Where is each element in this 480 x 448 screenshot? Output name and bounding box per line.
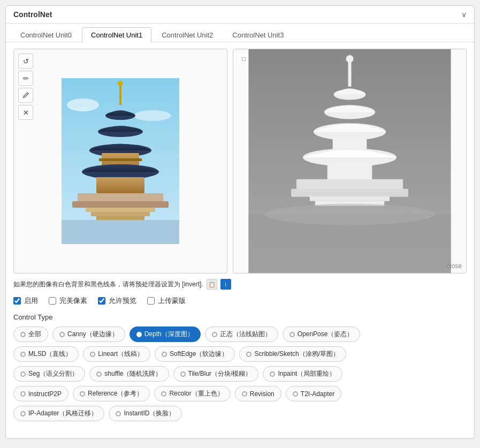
ctrl-all[interactable]: 全部: [13, 326, 48, 342]
svg-rect-26: [327, 163, 372, 180]
radio-dot-depth: [136, 332, 142, 337]
ctrl-openpose[interactable]: OpenPose（姿态）: [283, 326, 361, 342]
controlnet-panel: ControlNet ∨ ControlNet Unit0 ControlNet…: [5, 5, 475, 439]
ctrl-softedge-label: SoftEdge（软边缘）: [170, 350, 228, 359]
ctrl-seg-label: Seg（语义分割）: [28, 369, 78, 378]
ctrl-recolor-label: Recolor（重上色）: [169, 389, 223, 398]
radio-dot-recolor: [161, 391, 166, 397]
ctrl-canny-label: Canny（硬边缘）: [67, 330, 118, 339]
enable-checkbox[interactable]: 启用: [13, 296, 38, 306]
control-row-3: Seg（语义分割） shuffle（随机洗牌） Tile/Blur（分块/模糊）…: [13, 366, 467, 382]
image-row: ↺ ✏ ✕: [13, 49, 467, 274]
perfect-pixel-input[interactable]: [49, 297, 56, 305]
depth-map-svg: [233, 49, 466, 273]
upload-mask-checkbox[interactable]: 上传蒙版: [147, 296, 186, 306]
ctrl-instructp2p[interactable]: InstructP2P: [13, 386, 68, 401]
radio-dot-normal: [212, 332, 217, 337]
control-type-grid: 全部 Canny（硬边缘） Depth（深度图） 正态（法线贴图） OpenPo…: [13, 326, 467, 421]
edit-button[interactable]: ✏: [18, 71, 33, 86]
ctrl-lineart[interactable]: Lineart（线稿）: [83, 346, 150, 362]
ctrl-canny[interactable]: Canny（硬边缘）: [52, 326, 125, 342]
allow-preview-checkbox[interactable]: 允许预览: [98, 296, 136, 306]
ctrl-instantid[interactable]: InstantID（换脸）: [109, 406, 182, 421]
ctrl-ip-adapter[interactable]: IP-Adapter（风格迁移）: [13, 406, 104, 421]
ctrl-scribble-label: Scribble/Sketch（涂鸦/草图）: [254, 350, 339, 359]
ctrl-depth-label: Depth（深度图）: [144, 330, 194, 339]
radio-dot-ip-adapter: [20, 411, 26, 416]
ctrl-instructp2p-label: InstructP2P: [28, 390, 62, 398]
ctrl-depth[interactable]: Depth（深度图）: [129, 326, 201, 342]
copy-icon[interactable]: 📋: [207, 279, 217, 290]
ctrl-revision[interactable]: Revision: [235, 386, 281, 401]
temple-image-container: [14, 49, 227, 273]
info-text: 如果您的图像有白色背景和黑色线条，请将预处理器设置为 [invert].: [13, 280, 203, 289]
svg-rect-28: [291, 189, 408, 197]
ctrl-tile[interactable]: Tile/Blur（分块/模糊）: [173, 366, 259, 382]
svg-rect-16: [96, 216, 144, 221]
ctrl-ip-adapter-label: IP-Adapter（风格迁移）: [28, 409, 97, 418]
tab-unit3[interactable]: ControlNet Unit3: [223, 27, 293, 42]
ctrl-normal[interactable]: 正态（法线贴图）: [205, 326, 278, 342]
ctrl-inpaint-label: Inpaint（局部重绘）: [278, 369, 336, 378]
ctrl-mlsd[interactable]: MLSD（直线）: [13, 346, 79, 362]
radio-dot-openpose: [289, 332, 295, 337]
ctrl-tile-label: Tile/Blur（分块/模糊）: [188, 369, 252, 378]
input-image-panel[interactable]: ↺ ✏ ✕: [13, 49, 227, 274]
svg-point-2: [134, 110, 171, 121]
collapse-icon[interactable]: ∨: [461, 10, 467, 19]
svg-point-4: [118, 81, 123, 86]
close-label[interactable]: close: [447, 262, 462, 270]
control-row-5: IP-Adapter（风格迁移） InstantID（换脸）: [13, 406, 467, 421]
radio-dot-tile: [180, 371, 186, 377]
ctrl-lineart-label: Lineart（线稿）: [98, 350, 143, 359]
ctrl-all-label: 全部: [28, 330, 41, 339]
panel-header: ControlNet ∨: [6, 6, 474, 24]
brush-button[interactable]: [18, 88, 33, 103]
svg-point-32: [264, 204, 435, 225]
temple-svg: [62, 78, 179, 244]
ctrl-openpose-label: OpenPose（姿态）: [298, 330, 354, 339]
ctrl-recolor[interactable]: Recolor（重上色）: [154, 386, 230, 401]
radio-dot-reference: [80, 391, 85, 397]
ctrl-shuffle-label: shuffle（随机洗牌）: [104, 369, 162, 378]
image-toolbar: ↺ ✏ ✕: [18, 54, 33, 120]
enable-input[interactable]: [13, 297, 21, 305]
preview-image-panel: □ Preprocessor Preview: [233, 49, 467, 274]
ctrl-mlsd-label: MLSD（直线）: [28, 350, 72, 359]
tab-unit2[interactable]: ControlNet Unit2: [153, 27, 222, 42]
info-bar: 如果您的图像有白色背景和黑色线条，请将预处理器设置为 [invert]. 📋 i: [13, 279, 467, 290]
radio-dot-mlsd: [20, 352, 26, 357]
ctrl-inpaint[interactable]: Inpaint（局部重绘）: [263, 366, 342, 382]
upload-mask-label: 上传蒙版: [158, 296, 186, 306]
radio-dot-canny: [59, 332, 65, 337]
radio-dot-lineart: [90, 352, 95, 357]
ctrl-reference[interactable]: Reference（参考）: [73, 386, 150, 401]
control-row-4: InstructP2P Reference（参考） Recolor（重上色） R…: [13, 386, 467, 401]
upload-mask-input[interactable]: [147, 297, 155, 305]
perfect-pixel-checkbox[interactable]: 完美像素: [49, 296, 87, 306]
svg-rect-17: [62, 220, 179, 244]
radio-dot-t2i: [293, 391, 298, 397]
svg-rect-11: [96, 177, 144, 193]
control-row-2: MLSD（直线） Lineart（线稿） SoftEdge（软边缘） Scrib…: [13, 346, 467, 362]
tab-unit1[interactable]: ControlNet Unit1: [82, 27, 151, 42]
enable-label: 启用: [24, 296, 38, 306]
ctrl-seg[interactable]: Seg（语义分割）: [13, 366, 85, 382]
radio-dot-scribble: [246, 352, 252, 357]
panel-body: ↺ ✏ ✕: [6, 42, 474, 428]
allow-preview-input[interactable]: [98, 297, 105, 305]
ctrl-scribble[interactable]: Scribble/Sketch（涂鸦/草图）: [239, 346, 346, 362]
tab-unit0[interactable]: ControlNet Unit0: [11, 27, 81, 42]
undo-button[interactable]: ↺: [18, 54, 33, 69]
radio-dot-all: [20, 332, 26, 337]
info-blue-icon[interactable]: i: [220, 279, 231, 290]
ctrl-shuffle[interactable]: shuffle（随机洗牌）: [89, 366, 169, 382]
radio-dot-shuffle: [96, 371, 102, 377]
control-row-1: 全部 Canny（硬边缘） Depth（深度图） 正态（法线贴图） OpenPo…: [13, 326, 467, 342]
svg-rect-15: [91, 212, 150, 216]
svg-rect-13: [72, 201, 169, 208]
ctrl-t2i[interactable]: T2I-Adapter: [286, 386, 341, 401]
radio-dot-revision: [242, 391, 247, 397]
remove-button[interactable]: ✕: [18, 105, 33, 120]
ctrl-softedge[interactable]: SoftEdge（软边缘）: [155, 346, 235, 362]
